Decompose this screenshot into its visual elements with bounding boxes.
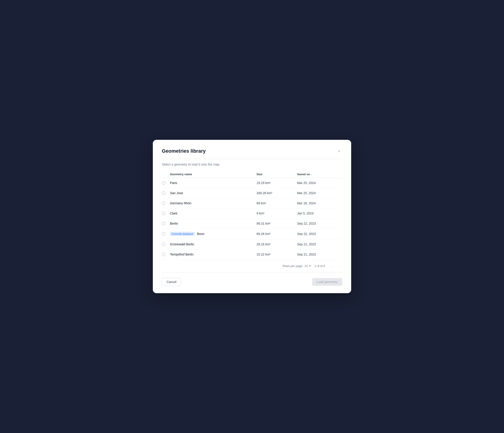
size-cell: 28.16 km² — [257, 242, 297, 246]
row-radio-2[interactable] — [162, 191, 165, 195]
row-radio-6[interactable] — [162, 232, 165, 236]
geometry-name: Clark — [170, 212, 177, 215]
cancel-button[interactable]: Cancel — [162, 278, 181, 286]
name-cell: Grünewald Berlin — [170, 242, 257, 246]
sort-icon: ↓ — [311, 173, 312, 176]
table-row[interactable]: Berlin99.31 km²Sep 22, 2023 — [162, 219, 342, 229]
radio-cell — [162, 181, 170, 185]
geometry-name: Bonn — [197, 232, 204, 236]
row-radio-7[interactable] — [162, 242, 165, 246]
radio-cell — [162, 232, 170, 236]
size-cell: 69 km² — [257, 201, 297, 205]
currently-displayed-badge: Currently displayed — [170, 232, 195, 236]
geometry-name: Paris — [170, 181, 177, 185]
name-cell: Berlin — [170, 222, 257, 225]
radio-cell — [162, 201, 170, 205]
table-row[interactable]: Currently displayedBonn89.26 km²Sep 22, … — [162, 229, 342, 239]
name-cell: San Jose — [170, 191, 257, 195]
row-radio-5[interactable] — [162, 222, 165, 225]
date-cell: Mar 25, 2024 — [297, 181, 342, 185]
modal-overlay: Geometries library × Select a geometry t… — [0, 0, 504, 433]
date-cell: Jan 5, 2024 — [297, 212, 342, 215]
modal-dialog: Geometries library × Select a geometry t… — [153, 140, 351, 293]
name-cell: Germany Rhön — [170, 201, 257, 205]
size-cell: 99.31 km² — [257, 222, 297, 225]
row-radio-4[interactable] — [162, 212, 165, 215]
date-cell: Sep 22, 2023 — [297, 232, 342, 236]
name-cell: Currently displayedBonn — [170, 232, 257, 236]
geometry-name: Grünewald Berlin — [170, 242, 194, 246]
radio-cell — [162, 212, 170, 215]
rows-per-page-value: 10 — [305, 264, 308, 268]
name-cell: Paris — [170, 181, 257, 185]
size-cell: 19.29 km² — [257, 181, 297, 185]
row-radio-1[interactable] — [162, 181, 165, 185]
table-body: Paris19.29 km²Mar 25, 2024San Jose349.28… — [162, 178, 342, 259]
table-row[interactable]: Paris19.29 km²Mar 25, 2024 — [162, 178, 342, 188]
table-header-row: Geometry name Size Saved on ↓ — [162, 171, 342, 178]
table-row[interactable]: San Jose349.28 km²Mar 25, 2024 — [162, 188, 342, 198]
radio-cell — [162, 191, 170, 195]
name-cell: Clark — [170, 212, 257, 215]
table-row[interactable]: Germany Rhön69 km²Mar 18, 2024 — [162, 198, 342, 208]
size-cell: 10.22 km² — [257, 253, 297, 256]
row-radio-8[interactable] — [162, 253, 165, 256]
geometry-name: Germany Rhön — [170, 201, 191, 205]
date-cell: Sep 21, 2023 — [297, 242, 342, 246]
name-cell: Tempelhof Berlin — [170, 253, 257, 256]
size-cell: 349.28 km² — [257, 191, 297, 195]
geometry-name: Tempelhof Berlin — [170, 253, 193, 256]
radio-cell — [162, 253, 170, 256]
header-saved-on: Saved on ↓ — [297, 173, 342, 176]
chevron-down-icon — [309, 266, 311, 267]
header-radio — [162, 173, 170, 176]
modal-header: Geometries library × — [162, 148, 342, 154]
table-row[interactable]: Clark9 km²Jan 5, 2024 — [162, 208, 342, 219]
modal-footer: Cancel Load geometry — [162, 278, 342, 286]
geometries-table: Geometry name Size Saved on ↓ Paris19.29… — [162, 171, 342, 272]
geometry-name: Berlin — [170, 222, 178, 225]
row-radio-3[interactable] — [162, 201, 165, 205]
pagination-controls: ‹ › — [329, 263, 342, 269]
rows-count: 1–8 of 8 — [315, 264, 325, 268]
footer-divider — [162, 272, 342, 272]
load-geometry-button[interactable]: Load geometry — [312, 278, 342, 286]
date-cell: Mar 18, 2024 — [297, 201, 342, 205]
geometry-name: San Jose — [170, 191, 183, 195]
header-size: Size — [257, 173, 297, 176]
close-button[interactable]: × — [336, 148, 342, 154]
pagination-prev-button[interactable]: ‹ — [329, 263, 335, 269]
radio-cell — [162, 222, 170, 225]
radio-cell — [162, 242, 170, 246]
modal-subtitle: Select a geometry to load it onto the ma… — [162, 163, 342, 166]
table-footer: Rows per page: 10 1–8 of 8 ‹ › — [162, 259, 342, 272]
header-name: Geometry name — [170, 173, 257, 176]
date-cell: Sep 21, 2023 — [297, 253, 342, 256]
rows-per-page-control: Rows per page: 10 — [282, 264, 311, 268]
date-cell: Sep 22, 2023 — [297, 222, 342, 225]
table-row[interactable]: Grünewald Berlin28.16 km²Sep 21, 2023 — [162, 239, 342, 249]
size-cell: 9 km² — [257, 212, 297, 215]
date-cell: Mar 25, 2024 — [297, 191, 342, 195]
modal-title: Geometries library — [162, 148, 206, 154]
rows-per-page-select[interactable]: 10 — [305, 264, 311, 268]
rows-per-page-label: Rows per page: — [282, 264, 303, 268]
size-cell: 89.26 km² — [257, 232, 297, 236]
pagination-next-button[interactable]: › — [336, 263, 342, 269]
header-divider — [162, 159, 342, 159]
table-row[interactable]: Tempelhof Berlin10.22 km²Sep 21, 2023 — [162, 249, 342, 259]
